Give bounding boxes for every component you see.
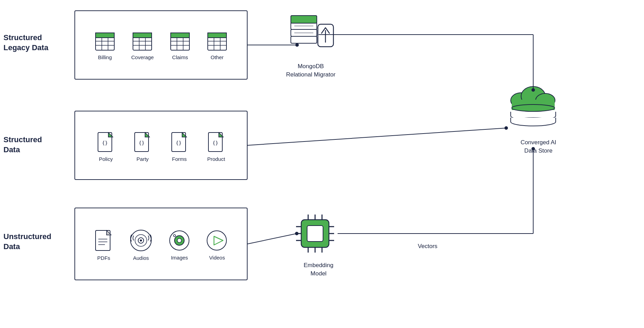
svg-text:{}: {} — [176, 140, 181, 146]
claims-label: Claims — [172, 54, 188, 60]
pdfs-label: PDFs — [97, 255, 110, 261]
party-icon: {} — [133, 131, 152, 153]
claims-icon — [169, 31, 191, 52]
svg-point-47 — [177, 238, 181, 243]
pdfs-icon — [94, 229, 114, 252]
other-label: Other — [211, 54, 224, 60]
images-icon — [168, 229, 191, 252]
svg-point-49 — [207, 231, 226, 250]
billing-icon — [94, 31, 116, 52]
svg-rect-1 — [96, 33, 114, 38]
label-structured-legacy: StructuredLegacy Data — [3, 33, 73, 53]
label-structured-data: StructuredData — [3, 135, 73, 155]
item-other: Other — [206, 31, 228, 60]
embedding-model-node — [293, 211, 338, 257]
svg-rect-65 — [511, 112, 556, 116]
svg-rect-69 — [511, 118, 556, 122]
diagram-container: StructuredLegacy Data StructuredData Uns… — [0, 0, 644, 328]
svg-marker-31 — [182, 133, 187, 137]
mongodb-icon — [287, 5, 336, 59]
billing-label: Billing — [98, 54, 112, 60]
item-audios: Audios — [129, 229, 153, 261]
svg-marker-34 — [219, 133, 223, 137]
vectors-label: Vectors — [407, 242, 448, 250]
item-images: Images — [168, 229, 191, 261]
svg-rect-19 — [208, 33, 226, 38]
item-pdfs: PDFs — [94, 229, 114, 261]
videos-label: Videos — [209, 255, 225, 261]
item-policy: {} Policy — [96, 131, 115, 162]
svg-rect-13 — [171, 33, 189, 38]
product-label: Product — [207, 156, 225, 162]
svg-rect-53 — [291, 36, 317, 43]
svg-point-63 — [512, 104, 555, 111]
svg-marker-50 — [214, 236, 223, 245]
mongodb-label: MongoDBRelational Migrator — [280, 62, 341, 79]
svg-line-93 — [248, 234, 297, 244]
forms-label: Forms — [172, 156, 187, 162]
policy-label: Policy — [99, 156, 113, 162]
party-label: Party — [136, 156, 149, 162]
videos-icon — [206, 229, 228, 252]
svg-marker-28 — [145, 133, 150, 137]
svg-text:{}: {} — [102, 140, 108, 146]
audios-label: Audios — [133, 255, 149, 261]
mongodb-migrator-node — [287, 5, 336, 60]
embedding-icon — [293, 211, 338, 256]
svg-point-48 — [173, 235, 176, 237]
item-coverage: Coverage — [131, 31, 154, 60]
item-party: {} Party — [133, 131, 152, 162]
svg-line-88 — [248, 128, 506, 145]
other-icon — [206, 31, 228, 52]
svg-text:{}: {} — [212, 140, 218, 146]
structured-data-box: {} Policy {} Party {} Forms — [74, 111, 248, 180]
unstructured-data-box: PDFs Audios — [74, 208, 248, 280]
svg-text:{}: {} — [139, 140, 145, 146]
svg-marker-25 — [108, 133, 113, 137]
converged-label: Converged AIData Store — [506, 138, 571, 155]
images-label: Images — [171, 255, 188, 261]
forms-icon: {} — [170, 131, 189, 153]
item-videos: Videos — [206, 229, 228, 261]
legacy-data-box: Billing Coverage Claim — [74, 10, 248, 80]
item-forms: {} Forms — [170, 131, 189, 162]
svg-marker-37 — [107, 230, 111, 235]
audios-icon — [129, 229, 153, 252]
svg-rect-54 — [291, 16, 317, 23]
converged-icon — [502, 83, 564, 137]
svg-point-44 — [140, 239, 142, 242]
svg-rect-7 — [133, 33, 152, 38]
item-claims: Claims — [169, 31, 191, 60]
item-billing: Billing — [94, 31, 116, 60]
svg-rect-73 — [307, 226, 323, 242]
item-product: {} Product — [207, 131, 226, 162]
product-icon: {} — [207, 131, 226, 153]
coverage-icon — [132, 31, 153, 52]
label-unstructured-data: UnstructuredData — [3, 232, 73, 252]
converged-store-node — [502, 83, 564, 138]
coverage-label: Coverage — [131, 54, 154, 60]
policy-icon: {} — [96, 131, 115, 153]
embedding-label: EmbeddingModel — [291, 261, 346, 278]
